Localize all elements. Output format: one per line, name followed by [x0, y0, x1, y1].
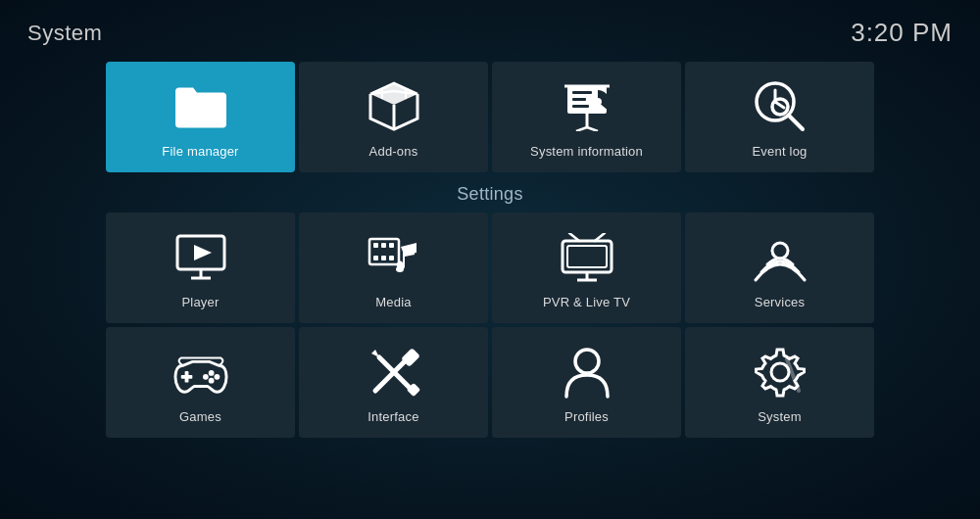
top-row: File manager Add-ons	[0, 62, 980, 172]
gamepad-icon	[173, 345, 228, 400]
tile-label-system: System	[758, 409, 802, 424]
clock: 3:20 PM	[851, 18, 953, 48]
svg-rect-29	[389, 256, 394, 260]
tile-player[interactable]: Player	[106, 212, 295, 323]
tile-label-services: Services	[755, 295, 805, 309]
tile-label-file-manager: File manager	[162, 144, 238, 159]
svg-rect-27	[373, 256, 378, 260]
podcast-icon	[753, 230, 808, 285]
paintbrush-icon	[367, 345, 421, 400]
page-title: System	[27, 21, 102, 46]
presentation-icon	[560, 79, 614, 134]
svg-point-43	[202, 374, 208, 380]
svg-rect-26	[389, 243, 394, 248]
settings-row-1: Player	[106, 212, 874, 323]
svg-line-44	[375, 357, 409, 391]
svg-point-37	[772, 243, 788, 259]
tile-label-player: Player	[181, 295, 219, 309]
tile-interface[interactable]: Interface	[299, 327, 488, 438]
settings-section: Settings Player	[0, 184, 980, 438]
media-icon	[367, 230, 421, 285]
svg-rect-25	[381, 243, 386, 248]
svg-rect-28	[381, 256, 386, 260]
tile-label-profiles: Profiles	[564, 409, 609, 424]
svg-rect-39	[180, 375, 192, 379]
tile-add-ons[interactable]: Add-ons	[299, 62, 488, 172]
svg-point-49	[575, 350, 599, 373]
tile-system[interactable]: System	[685, 327, 874, 438]
tile-media[interactable]: Media	[299, 212, 488, 323]
tile-event-log[interactable]: Event log	[685, 62, 874, 172]
monitor-play-icon	[173, 230, 228, 285]
svg-point-41	[214, 374, 220, 380]
tile-file-manager[interactable]: File manager	[106, 62, 295, 172]
tile-label-system-information: System information	[530, 144, 643, 159]
gear-wrench-icon	[753, 345, 808, 400]
settings-title: Settings	[0, 184, 980, 205]
tile-label-pvr-live-tv: PVR & Live TV	[543, 295, 630, 309]
svg-rect-32	[567, 246, 607, 267]
svg-rect-7	[572, 98, 586, 101]
svg-point-30	[396, 266, 404, 272]
folder-icon	[173, 79, 228, 134]
svg-rect-6	[572, 91, 592, 94]
svg-rect-23	[369, 239, 399, 264]
settings-grid: Player	[0, 212, 980, 438]
header: System 3:20 PM	[0, 0, 980, 58]
svg-line-12	[587, 127, 598, 131]
svg-rect-8	[572, 105, 589, 108]
tile-label-interface: Interface	[368, 409, 418, 424]
svg-line-11	[576, 127, 587, 131]
clock-search-icon	[753, 79, 808, 134]
tile-system-information[interactable]: System information	[492, 62, 681, 172]
settings-row-2: Games Interface	[106, 327, 874, 438]
tile-services[interactable]: Services	[685, 212, 874, 323]
svg-point-50	[771, 363, 789, 381]
tile-label-add-ons: Add-ons	[369, 144, 418, 159]
tile-label-media: Media	[375, 295, 411, 309]
svg-marker-22	[194, 245, 212, 260]
tile-games[interactable]: Games	[106, 327, 295, 438]
tile-label-event-log: Event log	[752, 144, 807, 159]
svg-point-42	[208, 378, 214, 384]
tv-icon	[560, 230, 614, 285]
svg-rect-24	[373, 243, 378, 248]
svg-line-17	[789, 116, 803, 129]
svg-line-16	[775, 102, 784, 108]
tile-pvr-live-tv[interactable]: PVR & Live TV	[492, 212, 681, 323]
svg-marker-47	[371, 350, 379, 357]
user-icon	[560, 345, 614, 400]
box-icon	[367, 79, 421, 134]
svg-point-40	[208, 370, 214, 376]
tile-label-games: Games	[179, 409, 221, 424]
tile-profiles[interactable]: Profiles	[492, 327, 681, 438]
